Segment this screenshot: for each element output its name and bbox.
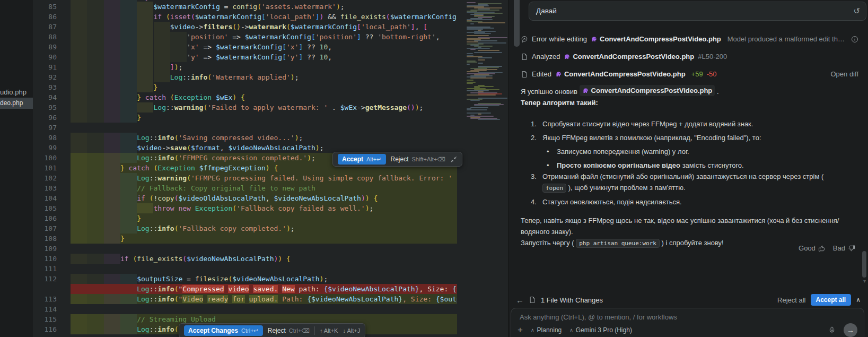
minimap-line [470, 77, 493, 79]
code-text: 'y' => $watermarkConfig['y'] ?? 10, [71, 52, 332, 62]
code-text: ]); [71, 62, 182, 72]
code-line: }106 [33, 213, 457, 223]
code-line: $watermarkConfig = config('assets.waterm… [33, 2, 457, 12]
accept-label: Accept [342, 155, 363, 163]
minimap-line [474, 33, 491, 34]
error-bubble-icon [521, 36, 528, 43]
code-text: Log::info('Watermark applied'); [71, 72, 299, 82]
line-number: 98 [33, 133, 57, 143]
scroll-down-icon[interactable]: ▾ [863, 278, 866, 284]
minimap-line [478, 114, 481, 115]
message-paragraph: Я успішно оновив ConvertAndCompressPostV… [521, 85, 845, 97]
code-line: 109 [33, 244, 457, 254]
chat-scrollbar-thumb[interactable] [862, 251, 866, 278]
code-text: } [71, 113, 141, 123]
code-line: Log::info("Compressed video saved. New p… [33, 284, 457, 294]
mode-label: Planning [537, 326, 562, 334]
file-chip[interactable]: ConvertAndCompressPostVideo.php [580, 85, 715, 96]
good-button[interactable]: Good [799, 244, 826, 252]
line-number: 101 [33, 163, 57, 173]
code-line: Log::info('Saving compressed video...');… [33, 133, 457, 143]
code-editor[interactable]: try {$watermarkConfig = config('assets.w… [33, 0, 457, 337]
reject-changes-button[interactable]: Reject Ctrl+⌫ [268, 327, 310, 334]
line-number: 85 [33, 2, 57, 12]
code-text: if (isset($watermarkConfig['local_path']… [71, 12, 457, 22]
line-number: 106 [33, 213, 57, 223]
info-icon[interactable] [851, 36, 858, 43]
line-number: 108 [33, 234, 57, 244]
open-diff-button[interactable]: Open diff [830, 70, 858, 78]
model-selector[interactable]: ∧ Gemini 3 Pro (High) [569, 326, 632, 334]
line-number: 114 [33, 304, 57, 314]
line-number: 99 [33, 143, 57, 153]
minimap-line [474, 105, 499, 106]
list-item: 1.Спробувати стиснути відео через FFMpeg… [521, 118, 845, 129]
sidebar-file-item[interactable]: udio.php [0, 87, 33, 98]
line-number: 93 [33, 82, 57, 92]
back-icon[interactable]: ← [516, 296, 524, 305]
code-text: 'x' => $watermarkConfig['x'] ?? 10, [71, 42, 332, 52]
line-number: 97 [33, 123, 57, 133]
chevron-up-icon: ∧ [531, 327, 534, 333]
file-chip[interactable]: ConvertAndCompressPostVideo.php [564, 53, 694, 61]
reject-all-button[interactable]: Reject all [777, 296, 805, 304]
accept-changes-button[interactable]: Accept Changes Ctrl+↵ [184, 325, 263, 336]
file-chip[interactable]: ConvertAndCompressPostVideo.php [591, 35, 721, 43]
next-change-button[interactable]: ↓ Alt+J [343, 327, 360, 334]
minimap-line [467, 109, 487, 110]
list-item: 3.Отриманий файл (стиснутий або оригінал… [521, 171, 845, 194]
accept-button[interactable]: Accept Alt+↵ [338, 154, 386, 165]
code-line: Log::info('Watermark applied');92 [33, 72, 457, 82]
reject-button[interactable]: Reject Shift+Alt+⌫ [391, 155, 445, 163]
collapse-icon[interactable] [450, 156, 457, 163]
line-number: 113 [33, 294, 57, 304]
send-button[interactable]: → [844, 323, 857, 337]
prev-change-button[interactable]: ↑ Alt+K [320, 327, 338, 334]
app-window: udio.phpdeo.php try {$watermarkConfig = … [0, 0, 868, 337]
code-line: Log::warning('FFMPEG processing failed. … [33, 173, 457, 183]
message-heading: Тепер алгоритм такий: [521, 97, 845, 108]
code-line: $outputSize = filesize($videoNewAbsLocal… [33, 274, 457, 284]
status-row[interactable]: AnalyzedConvertAndCompressPostVideo.php#… [521, 48, 858, 65]
code-text: if (file_exists($videoNewAbsLocalPath)) … [71, 254, 291, 264]
line-number: 107 [33, 223, 57, 234]
code-text: } [71, 82, 157, 92]
code-line: }108 [33, 234, 457, 244]
minimap-line [478, 59, 485, 61]
code-text: $video->save($format, $videoNewAbsLocalP… [71, 143, 323, 153]
line-number: 100 [33, 153, 57, 163]
minimap[interactable] [457, 0, 508, 337]
code-text: $watermarkConfig = config('assets.waterm… [71, 2, 345, 12]
microphone-icon[interactable] [828, 326, 836, 334]
accept-changes-label: Accept Changes [188, 327, 238, 334]
mode-selector[interactable]: ∧ Planning [531, 326, 562, 334]
minimap-line [470, 100, 480, 101]
code-line: 'x' => $watermarkConfig['x'] ?? 10,89 [33, 42, 457, 52]
list-subitem-text: Записуємо попередження (warning) у лог. [557, 146, 845, 157]
diff-add-background [71, 234, 457, 244]
code-text: Log::warning('FFMPEG processing failed. … [71, 173, 457, 183]
minimap-line [470, 23, 474, 24]
list-subitem: •Просто копіюємо оригінальне відео заміс… [521, 160, 845, 171]
chat-left-scrollbar[interactable] [514, 0, 520, 47]
status-row[interactable]: Error while editingConvertAndCompressPos… [521, 30, 858, 48]
file-chip[interactable]: ConvertAndCompressPostVideo.php [555, 70, 686, 78]
code-text: Log::info('Fallback copy completed.'); [71, 223, 295, 234]
chat-input[interactable]: Ask anything (Ctrl+L), @ to mention, / f… [511, 308, 864, 337]
accept-all-button[interactable]: Accept all [811, 294, 852, 306]
code-line: if (!copy($videoOldAbsLocalPath, $videoN… [33, 193, 457, 203]
restore-checkpoint-icon[interactable]: ↺ [853, 2, 860, 20]
user-message[interactable]: Давай ↺ [529, 2, 866, 21]
code-line: } catch (Exception $wEx) {94 [33, 92, 457, 102]
add-context-button[interactable]: + [518, 325, 523, 335]
minimap-line [478, 57, 492, 58]
chevron-up-icon[interactable]: ∧ [856, 296, 861, 304]
sidebar-file-item[interactable]: deo.php [0, 98, 33, 109]
line-number: 96 [33, 113, 57, 123]
model-label: Gemini 3 Pro (High) [576, 326, 632, 334]
bad-button[interactable]: Bad [833, 244, 855, 252]
minimap-line [467, 53, 473, 54]
status-row[interactable]: EditedConvertAndCompressPostVideo.php+59… [521, 65, 858, 83]
code-line: Log::warning('Failed to apply watermark:… [33, 102, 457, 113]
accept-shortcut: Alt+↵ [366, 156, 381, 163]
